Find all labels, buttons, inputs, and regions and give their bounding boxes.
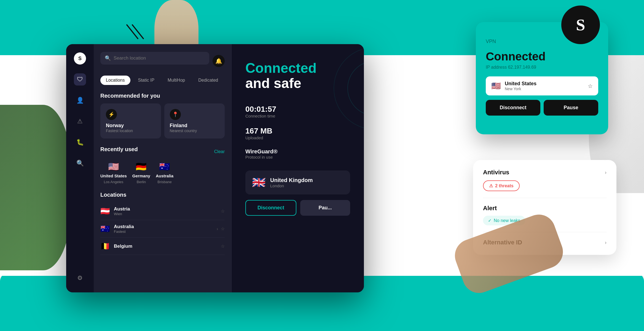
australia-city: Fastest [114,229,213,234]
location-item-australia[interactable]: 🇦🇺 Australia Fastest › ☆ [100,220,225,238]
card-ip-address: IP address 62.197.149.69 [486,65,598,70]
austria-star-icon[interactable]: ☆ [221,209,225,214]
australia-info: Australia Fastest [114,224,213,234]
rec-finland-sub: Nearest country [170,129,219,133]
pin-icon: 📍 [170,109,181,120]
australia-name: Australia [114,224,213,229]
recently-used-title: Recently used [100,146,138,153]
recent-item-us[interactable]: 🇺🇸 United States Los Angeles [100,161,127,184]
protocol-label: Protocol in use [245,155,350,159]
australia-actions: › ☆ [217,226,225,231]
au-flag: 🇦🇺 [159,161,170,172]
surfshark-logo-circle: S [561,6,600,44]
location-item-belgium[interactable]: 🇧🇪 Belgium ☆ [100,238,225,255]
uk-location-city: London [270,183,344,188]
austria-city: Wien [114,212,217,216]
card-action-buttons: Disconnect Pause [486,100,598,116]
sidebar-icon-settings[interactable]: ⚙ [74,272,86,284]
search-input[interactable] [114,55,205,61]
location-tabs: Locations Static IP MultiHop Dedicated [100,76,225,85]
recent-item-au[interactable]: 🇦🇺 Australia Brisbane [156,161,173,184]
belgium-name: Belgium [114,244,217,249]
belgium-star-icon[interactable]: ☆ [221,244,225,249]
pause-button[interactable]: Pau... [300,200,350,216]
card-us-flag: 🇺🇸 [491,81,501,90]
connected-title: Connected and safe [245,61,350,91]
sidebar-icon-bug[interactable]: 🐛 [74,136,86,148]
antivirus-chevron-icon[interactable]: › [605,170,607,175]
notification-bell[interactable]: 🔔 [213,55,225,67]
sidebar-icon-alert[interactable]: ⚠ [74,115,86,127]
card-connected-title: Connected [486,50,598,63]
locations-title: Locations [100,192,225,198]
card-location-info: United States New York [505,81,584,91]
uk-location-info: United Kingdom London [270,177,344,188]
recent-item-de[interactable]: 🇩🇪 Germany Berlin [132,161,150,184]
card-location-row[interactable]: 🇺🇸 United States New York ☆ [486,76,598,95]
connected-panel: Connected and safe 00:01:57 Connection t… [232,44,364,292]
sidebar-icon-search[interactable]: 🔍 [74,157,86,169]
recommended-title: Recommended for you [100,93,225,99]
tab-multihop[interactable]: MultiHop [162,76,190,85]
current-location-bar[interactable]: 🇬🇧 United Kingdom London [245,170,350,194]
card-star-icon[interactable]: ☆ [588,83,593,89]
surfshark-vpn-card: S VPN Connected IP address 62.197.149.69… [476,22,608,134]
recent-de-city: Berlin [137,180,146,184]
check-icon: ✓ [488,218,492,223]
tab-locations[interactable]: Locations [100,76,130,85]
austria-info: Austria Wien [114,206,217,216]
sidebar-icon-shield[interactable]: 🛡 [74,73,86,86]
clear-button[interactable]: Clear [214,149,225,154]
belgium-info: Belgium [114,244,217,249]
left-hand-decoration [0,105,72,270]
rec-card-norway[interactable]: ⚡ Norway Fastest location [100,103,161,138]
sidebar-icon-user[interactable]: 👤 [74,94,86,106]
recent-us-name: United States [100,173,127,178]
connection-time-label: Connection time [245,114,350,118]
australia-chevron-icon[interactable]: › [217,226,218,231]
antivirus-title: Antivirus [483,169,509,176]
vpn-app-panel: S 🛡 👤 ⚠ 🐛 🔍 ⚙ 🔍 🔔 [66,44,364,292]
recent-flags: 🇺🇸 United States Los Angeles 🇩🇪 Germany … [100,161,225,184]
panel-content: 🔍 🔔 Locations Static IP MultiHop Dedicat… [94,44,364,292]
disconnect-button[interactable]: Disconnect [245,200,296,216]
app-logo[interactable]: S [74,52,86,65]
antivirus-section: Antivirus › ⚠ 2 threats [483,169,607,198]
de-flag: 🇩🇪 [136,161,147,172]
svg-line-1 [132,25,143,39]
recent-de-name: Germany [132,173,150,178]
austria-name: Austria [114,206,217,212]
bolt-icon: ⚡ [106,109,117,120]
uploaded-stat: 167 MB Uploaded [245,127,350,140]
svg-line-0 [127,25,138,39]
recommended-grid: ⚡ Norway Fastest location 📍 Finland Near… [100,103,225,138]
rec-norway-name: Norway [106,123,155,129]
surfshark-logo-s: S [576,15,585,34]
tab-static-ip[interactable]: Static IP [133,76,160,85]
search-bar[interactable]: 🔍 [100,52,209,65]
rec-card-finland[interactable]: 📍 Finland Nearest country [164,103,225,138]
action-buttons: Disconnect Pau... [245,200,350,216]
austria-actions: ☆ [221,209,225,214]
belgium-actions: ☆ [221,244,225,249]
threat-badge[interactable]: ⚠ 2 threats [483,180,520,191]
card-location-city: New York [505,87,584,91]
location-item-austria[interactable]: 🇦🇹 Austria Wien ☆ [100,202,225,220]
protocol-name: WireGuard® [245,148,350,155]
recent-us-city: Los Angeles [104,180,124,184]
uk-flag: 🇬🇧 [252,176,266,189]
card-disconnect-button[interactable]: Disconnect [486,100,540,116]
uploaded-label: Uploaded [245,135,350,140]
protocol-info: WireGuard® Protocol in use [245,148,350,159]
connection-time-value: 00:01:57 [245,105,350,114]
rec-norway-sub: Fastest location [106,129,155,133]
threats-label: 2 threats [495,183,514,188]
card-pause-button[interactable]: Pause [544,100,598,116]
tab-dedicated[interactable]: Dedicated [193,76,224,85]
australia-star-icon[interactable]: ☆ [221,226,225,231]
warning-icon: ⚠ [489,183,493,188]
antivirus-header: Antivirus › [483,169,607,176]
alt-id-chevron-icon[interactable]: › [605,240,607,245]
rec-finland-name: Finland [170,123,219,129]
connection-time-stat: 00:01:57 Connection time [245,105,350,118]
